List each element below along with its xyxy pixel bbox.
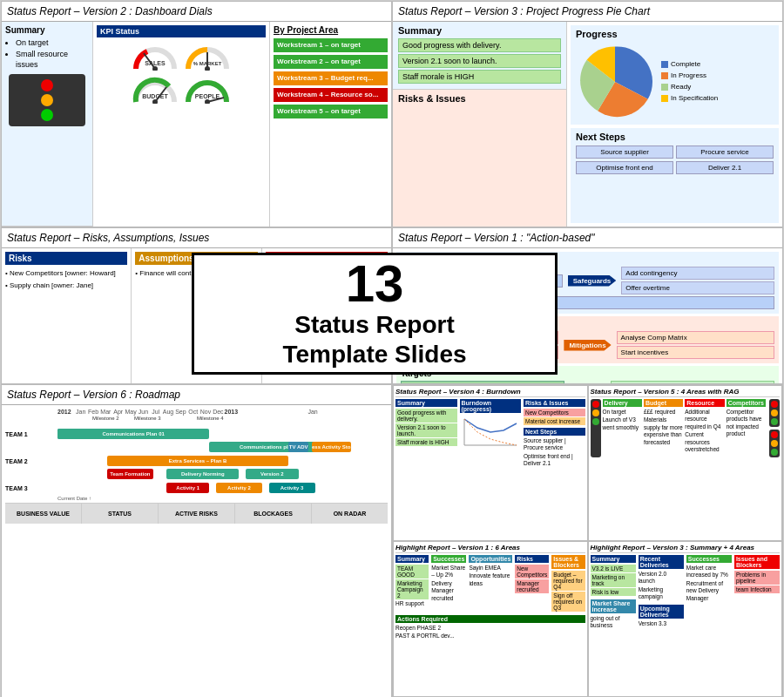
month-oct: Oct bbox=[187, 409, 199, 415]
svg-point-10 bbox=[205, 99, 210, 104]
report-col-1: STATUS bbox=[82, 504, 159, 524]
mini-col-h6-opps: Opportunities Sayin EMEA Innovate featur… bbox=[469, 555, 512, 612]
dial-people-svg: PEOPLE bbox=[184, 74, 231, 104]
month-jan: Jan bbox=[75, 409, 87, 415]
h6-success-0: Market Share – Up 2% bbox=[431, 565, 466, 579]
s4-market-title: Market Share increase bbox=[591, 599, 636, 613]
tl-amber bbox=[41, 94, 53, 106]
s4-summary-2: Risk is low bbox=[591, 588, 636, 596]
report-col-4: ON RADAR bbox=[312, 504, 388, 524]
dial-budget-svg: BUDGET bbox=[132, 74, 179, 104]
year-header: 2012 Jan Feb Mar Apr May Jun Jul Aug Sep… bbox=[5, 409, 388, 415]
ws-label-5: Workstream 5 – on target bbox=[274, 105, 388, 118]
report-footer: BUSINESS VALUE STATUS ACTIVE RISKS BLOCK… bbox=[5, 503, 388, 524]
s4-issue-1: team Infection bbox=[734, 585, 780, 593]
mini-risks-burndown-title: Risks & Issues bbox=[524, 399, 585, 407]
mini-col-h6-actions: Actions Required Reopen PHASE 2 PAST & P… bbox=[395, 615, 585, 641]
v3-summary-item-0: Good progress with delivery. bbox=[398, 38, 561, 52]
mini-tl-green bbox=[592, 418, 599, 425]
mini-tl-red bbox=[592, 401, 599, 408]
s4-summary-title: Summary bbox=[591, 555, 636, 563]
h6-success-1: Delivery Manager recruited bbox=[431, 580, 466, 602]
h6-action-0: Reopen PHASE 2 bbox=[395, 625, 585, 632]
ws-label-4: Workstream 4 – Resource so... bbox=[274, 88, 388, 102]
v3-summary-box: Summary Good progress with delivery. Ver… bbox=[393, 22, 566, 90]
h6-blocker-0: Budget – required for Q4 bbox=[551, 571, 585, 591]
workstream-2: Workstream 2 – on target bbox=[274, 55, 388, 69]
team-2-track: Extra Services – Plan B bbox=[57, 455, 388, 467]
s4-success-0: Market care increased by 7% bbox=[686, 565, 732, 579]
h6-risk-0: New Competitors bbox=[515, 565, 549, 579]
mini-burndown-title: Burndown (progress) bbox=[460, 399, 522, 413]
dial-market-svg: % MARKET bbox=[184, 41, 231, 71]
workstream-3: Workstream 3 – Budget req... bbox=[274, 71, 388, 85]
next-steps-grid: Source supplier Procure service Optimise… bbox=[576, 145, 774, 174]
s4-summary-0: V3.2 is LIVE bbox=[591, 565, 636, 572]
mini-tl-green-3 bbox=[771, 449, 778, 456]
h6-summary-title: Summary bbox=[395, 555, 429, 563]
month-may: May bbox=[125, 409, 137, 415]
v2-version: – Version 2 : Dashboard Dials bbox=[74, 5, 213, 17]
team-3-label: TEAM 3 bbox=[5, 485, 57, 491]
activity-3-bar: Activity 3 bbox=[269, 483, 315, 493]
tl-green bbox=[41, 109, 53, 121]
dial-sales: SALES bbox=[132, 41, 179, 71]
mini-col-burndown-chart: Burndown (progress) bbox=[460, 399, 522, 469]
next-steps-box: Next Steps Source supplier Procure servi… bbox=[571, 128, 779, 223]
kpi-status-label: KPI Status bbox=[97, 25, 266, 37]
h6-risks-title: Risks bbox=[515, 555, 549, 563]
s4-summary-1: Marketing on track bbox=[591, 573, 636, 587]
mini-ns-0: Source supplier | Procure service bbox=[524, 437, 585, 452]
extra-services-bar: Extra Services – Plan B bbox=[107, 456, 288, 466]
s4-successes-title: Successes bbox=[686, 555, 732, 563]
ws-label-1: Workstream 1 – on target bbox=[274, 38, 388, 52]
version-2-bar: Version 2 bbox=[246, 469, 299, 479]
v3-summary-item-1: Version 2.1 soon to launch. bbox=[398, 54, 561, 68]
risks-col-title-0: Risks bbox=[5, 252, 127, 265]
roadmap-body: 2012 Jan Feb Mar Apr May Jun Jul Aug Sep… bbox=[2, 405, 391, 697]
team-2-track-2: Team Formation Delivery Norming Version … bbox=[57, 468, 388, 480]
milestone-4: Milestone 4 bbox=[197, 416, 224, 421]
report-col-3: BLOCKAGES bbox=[235, 504, 312, 524]
month-jan2: Jan bbox=[238, 409, 388, 415]
v3-version: – Version 3 : Project Progress Pie Chart bbox=[465, 5, 650, 17]
v2-summary-item-0: On target bbox=[16, 37, 89, 49]
mitigation-arrow: Mitigations bbox=[564, 340, 611, 351]
month-dec: Dec bbox=[212, 409, 224, 415]
mini-panel-burndown: Status Report – Version 4 : Burndown Sum… bbox=[393, 385, 588, 541]
h6-summary-1: Marketing Campaign 2 bbox=[395, 579, 429, 599]
h6-summary-2: HR support bbox=[395, 600, 429, 607]
risks-header: Status Report – Risks, Assumptions, Issu… bbox=[2, 228, 391, 248]
risks-title: Status Report bbox=[7, 232, 71, 244]
resource-item-1: Current resources overstretched bbox=[685, 431, 724, 453]
mini-body-h6: Summary TEAM GOOD Marketing Campaign 2 H… bbox=[395, 555, 585, 641]
v3-risks-title: Risks & Issues bbox=[398, 93, 561, 104]
roadmap-header: Status Report – Version 6 : Roadmap bbox=[2, 385, 391, 405]
mini-body-rag: Delivery On target Launch of V3 went smo… bbox=[591, 399, 781, 457]
milestone-3: Milestone 3 bbox=[134, 416, 161, 421]
h6-opps-title: Opportunities bbox=[469, 555, 512, 563]
ws-label-2: Workstream 2 – on target bbox=[274, 55, 388, 69]
progress-box: Progress bbox=[571, 25, 779, 125]
action-item-0: Focus Teams bbox=[611, 381, 774, 383]
svg-text:SALES: SALES bbox=[145, 60, 166, 66]
v3-summary-item-2: Staff morale is HIGH bbox=[398, 70, 561, 84]
mini-header-h6: Highlight Report – Version 1 : 6 Areas bbox=[395, 544, 585, 553]
competitors-item-0: Competitor products have not impacted pr… bbox=[727, 409, 766, 438]
workstream-5: Workstream 5 – on target bbox=[274, 105, 388, 118]
mini-tl-red-3 bbox=[771, 431, 778, 438]
target-row: Market Share – Up 2% Delivery Manager re… bbox=[401, 381, 774, 383]
roadmap-title: Status Report bbox=[7, 389, 71, 401]
action-header: Status Report – Version 1 : "Action-base… bbox=[393, 228, 782, 248]
resource-item-0: Additional resource required in Q4 bbox=[685, 409, 724, 430]
workstream-1: Workstream 1 – on target bbox=[274, 38, 388, 52]
action-items: Focus Teams Support HR bbox=[611, 381, 774, 383]
h6-risk-1: Manager recruited bbox=[515, 579, 549, 593]
delivery-item-0: On target bbox=[603, 409, 642, 416]
milestones-row: Milestone 2 Milestone 3 Milestone 4 bbox=[5, 416, 388, 428]
target-item-0: Market Share – Up 2% bbox=[401, 381, 564, 383]
dial-budget: BUDGET bbox=[132, 74, 179, 104]
h6-blockers-title: Issues & Blockers bbox=[551, 555, 585, 569]
traffic-light bbox=[9, 74, 85, 126]
h6-opp-1: Innovate feature ideas bbox=[469, 572, 512, 587]
